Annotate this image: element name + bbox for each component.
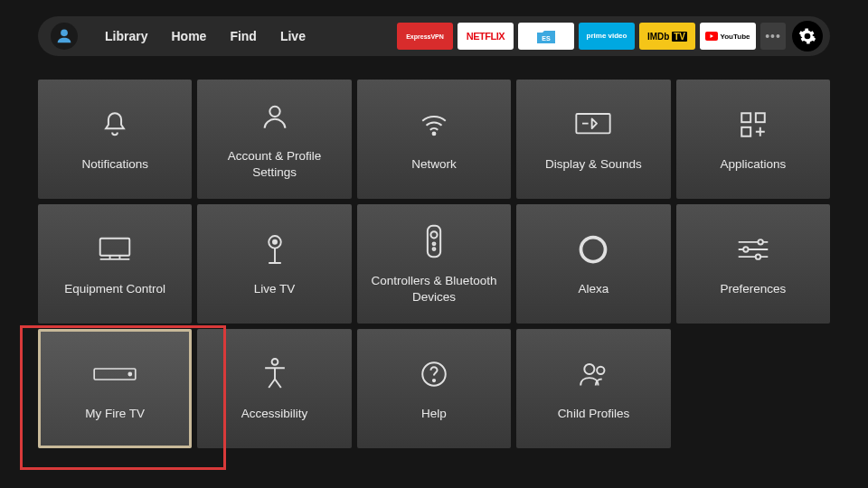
antenna-icon: [259, 230, 290, 268]
tile-equipment-control[interactable]: Equipment Control: [38, 204, 192, 324]
svg-point-0: [61, 29, 68, 36]
svg-point-24: [585, 364, 595, 374]
app-netflix-label: NETFLIX: [467, 31, 505, 42]
svg-rect-8: [100, 239, 130, 256]
tile-notifications[interactable]: Notifications: [38, 80, 192, 199]
display-icon: [575, 106, 611, 144]
more-apps-button[interactable]: •••: [760, 23, 786, 50]
youtube-icon: [705, 32, 718, 41]
app-es-label: ES: [542, 35, 551, 42]
svg-point-21: [271, 359, 278, 365]
tile-label: Help: [421, 406, 447, 422]
tile-label: Network: [411, 156, 457, 173]
nav-library[interactable]: Library: [105, 29, 147, 43]
svg-point-23: [433, 380, 435, 381]
nav-live[interactable]: Live: [280, 29, 306, 43]
svg-rect-7: [741, 127, 750, 136]
tile-label: Alexa: [579, 281, 609, 297]
tile-controllers-bluetooth[interactable]: Controllers & Bluetooth Devices: [357, 204, 511, 324]
gear-icon: [798, 27, 816, 45]
svg-rect-5: [741, 113, 750, 122]
tile-child-profiles[interactable]: Child Profiles: [516, 329, 670, 448]
app-shortcuts: ExpressVPN NETFLIX ES prime video IMDb T…: [397, 21, 823, 52]
tile-label: Applications: [720, 156, 786, 173]
svg-point-10: [273, 240, 277, 244]
app-youtube[interactable]: YouTube: [700, 23, 756, 50]
remote-icon: [424, 222, 444, 260]
sliders-icon: [736, 230, 770, 268]
tile-alexa[interactable]: Alexa: [516, 204, 670, 324]
app-expressvpn-label: ExpressVPN: [406, 33, 444, 40]
app-youtube-label: YouTube: [720, 33, 750, 41]
settings-grid: Notifications Account & Profile Settings…: [38, 80, 830, 448]
device-icon: [93, 355, 137, 393]
svg-point-17: [743, 248, 748, 252]
apps-icon: [738, 106, 769, 144]
tile-label: Preferences: [720, 281, 786, 297]
svg-point-14: [433, 249, 436, 251]
top-nav-bar: Library Home Find Live ExpressVPN NETFLI…: [38, 16, 830, 56]
app-expressvpn[interactable]: ExpressVPN: [397, 23, 453, 50]
svg-point-13: [433, 243, 436, 246]
tile-display-sounds[interactable]: Display & Sounds: [516, 80, 670, 199]
svg-point-3: [433, 133, 436, 136]
profile-avatar[interactable]: [51, 23, 78, 50]
nav-items: Library Home Find Live: [105, 29, 306, 43]
monitor-icon: [98, 230, 132, 268]
svg-point-25: [598, 367, 605, 374]
settings-grid-wrap: Notifications Account & Profile Settings…: [0, 56, 868, 448]
app-imdb-tv[interactable]: IMDb TV: [639, 23, 695, 50]
tile-label: Equipment Control: [64, 281, 165, 297]
user-icon: [259, 98, 290, 136]
tile-help[interactable]: Help: [357, 329, 511, 448]
tile-live-tv[interactable]: Live TV: [197, 204, 351, 324]
tile-label: Accessibility: [241, 406, 308, 422]
settings-button[interactable]: [792, 21, 823, 52]
svg-point-15: [581, 238, 606, 262]
svg-point-12: [430, 232, 437, 239]
tile-preferences[interactable]: Preferences: [676, 204, 830, 324]
svg-rect-4: [577, 114, 610, 133]
tile-label: Controllers & Bluetooth Devices: [364, 273, 504, 305]
svg-point-18: [755, 255, 760, 259]
svg-rect-11: [428, 226, 440, 257]
svg-point-20: [128, 373, 131, 376]
svg-point-2: [269, 107, 279, 117]
app-netflix[interactable]: NETFLIX: [458, 23, 514, 50]
nav-home[interactable]: Home: [171, 29, 206, 43]
tile-label: Account & Profile Settings: [204, 148, 344, 180]
app-es-file-explorer[interactable]: ES: [518, 23, 574, 50]
app-prime-video[interactable]: prime video: [579, 23, 635, 50]
tile-label: Display & Sounds: [545, 156, 642, 173]
tile-my-fire-tv[interactable]: My Fire TV: [38, 329, 192, 448]
tile-label: Child Profiles: [558, 406, 630, 422]
tile-label: Live TV: [254, 281, 296, 297]
bell-icon: [99, 106, 130, 144]
accessibility-icon: [259, 355, 290, 393]
tile-account-profile[interactable]: Account & Profile Settings: [197, 80, 351, 199]
app-imdb-label: IMDb TV: [647, 32, 687, 42]
tile-label: Notifications: [81, 156, 148, 173]
nav-find[interactable]: Find: [230, 29, 257, 43]
alexa-icon: [577, 230, 609, 268]
wifi-icon: [417, 106, 451, 144]
help-icon: [419, 355, 449, 393]
svg-point-16: [758, 239, 762, 244]
child-icon: [577, 355, 609, 393]
tile-applications[interactable]: Applications: [676, 80, 830, 199]
tile-label: My Fire TV: [85, 406, 145, 422]
svg-rect-6: [756, 113, 765, 122]
app-prime-label: prime video: [587, 33, 627, 40]
tile-accessibility[interactable]: Accessibility: [197, 329, 351, 448]
tile-network[interactable]: Network: [357, 80, 511, 199]
